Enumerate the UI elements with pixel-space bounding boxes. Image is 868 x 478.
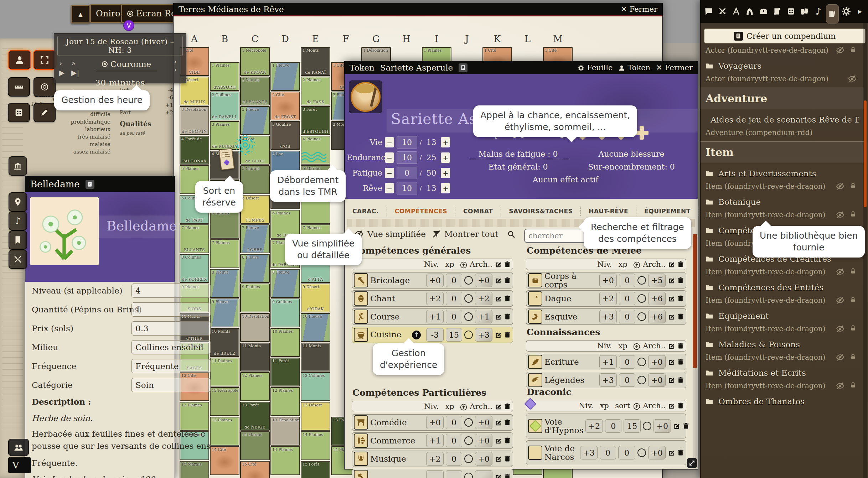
compendium-pack[interactable]: Aides de jeu de scenarios Rêve de Dragon… bbox=[706, 115, 859, 124]
tmr-cell-D2[interactable]: 2 Citéde FROST bbox=[270, 92, 300, 120]
skill-niv[interactable]: +1 bbox=[426, 310, 444, 323]
structures-tool-button[interactable] bbox=[9, 157, 27, 175]
sidebar-scrollbar-thumb[interactable] bbox=[864, 100, 867, 207]
tmr-token-overflow-waves[interactable] bbox=[301, 152, 327, 162]
skill-niv[interactable]: +0 bbox=[426, 274, 444, 287]
time-increment[interactable]: 30 minutes bbox=[54, 78, 186, 87]
ruler-tool-button[interactable] bbox=[8, 78, 30, 96]
skill-niv[interactable]: +3 bbox=[599, 373, 617, 387]
sidebar-tab-die[interactable] bbox=[785, 4, 797, 19]
time-control-0[interactable]: › bbox=[59, 59, 71, 68]
stat-decrease-button[interactable]: − bbox=[385, 168, 394, 178]
skill-xp[interactable]: 0 bbox=[446, 292, 462, 305]
field-input[interactable]: 1 bbox=[131, 302, 211, 317]
time-control-2[interactable]: ▶ bbox=[59, 68, 71, 77]
create-compendium-button[interactable]: Créer un compendium bbox=[704, 28, 866, 43]
compendium-pack[interactable]: Maladies & Poisons bbox=[706, 340, 859, 349]
skill-archetype-radio[interactable] bbox=[464, 331, 473, 339]
skill-niv[interactable]: +1 bbox=[426, 434, 444, 447]
document-id-icon[interactable] bbox=[86, 180, 94, 189]
edit-skill-icon[interactable] bbox=[668, 376, 675, 384]
skill-archetype-radio[interactable] bbox=[643, 422, 651, 430]
stat-decrease-button[interactable]: − bbox=[385, 137, 394, 147]
skill-archetype-radio[interactable] bbox=[464, 454, 473, 463]
skill-archetype-radio[interactable] bbox=[637, 448, 646, 457]
players-bar[interactable]: V bbox=[8, 457, 31, 473]
field-input[interactable]: 0.3 bbox=[131, 321, 211, 336]
tmr-cell-A8[interactable]: 8 Collinesde KORREX bbox=[180, 254, 209, 283]
tmr-cell-B10[interactable]: 10 Montsde BRULZ bbox=[210, 328, 239, 357]
stat-increase-button[interactable]: + bbox=[441, 168, 450, 178]
delete-skill-icon[interactable] bbox=[677, 277, 684, 284]
select-tool-button[interactable] bbox=[34, 51, 55, 69]
skill-row-musique[interactable]: Musique+20+0 bbox=[352, 451, 513, 467]
edit-icon[interactable] bbox=[668, 261, 675, 268]
time-control-1[interactable]: » bbox=[71, 59, 83, 68]
stat-increase-button[interactable]: + bbox=[441, 137, 450, 147]
skill-niv[interactable]: +0 bbox=[599, 274, 617, 287]
module-badge[interactable]: V bbox=[123, 20, 134, 31]
delete-skill-icon[interactable] bbox=[504, 277, 511, 284]
tmr-cell-B9[interactable]: 9 Fleuve bbox=[210, 298, 239, 327]
tmr-cell-D10[interactable]: 10 Plaines bbox=[270, 328, 300, 357]
delete-skill-icon[interactable] bbox=[504, 437, 511, 444]
trash-icon[interactable] bbox=[677, 261, 684, 268]
skill-xp[interactable]: 0 bbox=[446, 274, 462, 287]
players-list-button[interactable] bbox=[8, 439, 29, 456]
skill-xp[interactable]: 0 bbox=[619, 274, 635, 287]
delete-skill-icon[interactable] bbox=[504, 295, 511, 302]
tab-comp-tences[interactable]: COMPÉTENCES bbox=[387, 207, 455, 216]
xp-gain-icon[interactable]: ↑ bbox=[412, 331, 421, 339]
skill-xp[interactable]: 0 bbox=[619, 292, 635, 305]
edit-skill-icon[interactable] bbox=[668, 277, 675, 284]
skill-row-corps-à-corps[interactable]: Corps à corps+00+5 bbox=[526, 272, 686, 289]
edit-skill-icon[interactable] bbox=[495, 455, 502, 462]
tmr-cell-C7[interactable]: 7 FleuveLOBRE bbox=[240, 224, 270, 253]
tmr-cell-B8[interactable]: 8 Fleuve bbox=[210, 269, 239, 298]
tmr-cell-B1[interactable]: 1 Plainesd'ASSORH bbox=[210, 62, 239, 91]
skill-niv[interactable]: +2 bbox=[426, 292, 444, 305]
delete-skill-icon[interactable] bbox=[504, 313, 511, 320]
tmr-cell-C1[interactable]: 1 Nécropolede KROAK bbox=[240, 47, 270, 76]
delete-skill-icon[interactable] bbox=[504, 331, 511, 338]
increase-all-icon[interactable] bbox=[633, 342, 641, 350]
skill-archetype-radio[interactable] bbox=[464, 276, 473, 285]
sidebar-tab-caret[interactable]: ▶ bbox=[854, 4, 866, 19]
tmr-titlebar[interactable]: Terres Médianes de Rêve ✕Fermer bbox=[174, 3, 662, 16]
sheet-titlebar[interactable]: Token Sariette Asperule Feuille Token ✕F… bbox=[345, 61, 698, 74]
delete-skill-icon[interactable] bbox=[677, 313, 684, 320]
tmr-cell-D13[interactable]: 13 Désolation bbox=[270, 417, 300, 446]
increase-all-icon[interactable] bbox=[460, 260, 467, 269]
stat-decrease-button[interactable]: − bbox=[385, 152, 394, 163]
tmr-cell-E10[interactable]: 10 Fleuve bbox=[301, 313, 330, 342]
tmr-cell-E9[interactable]: 9 Désertd'ODAK bbox=[301, 284, 330, 312]
skill-xp[interactable]: 0 bbox=[600, 446, 616, 459]
edit-skill-icon[interactable] bbox=[495, 437, 502, 444]
tmr-cell-C12[interactable]: 12 Plaines bbox=[240, 372, 270, 401]
sidebar-tab-scroll[interactable] bbox=[771, 4, 783, 19]
token-config-button[interactable]: Token bbox=[618, 63, 650, 72]
edit-icon[interactable] bbox=[668, 342, 675, 349]
sidebar-tab-swords[interactable] bbox=[717, 4, 729, 19]
skill-niv[interactable]: +3 bbox=[580, 446, 598, 459]
tmr-cell-D1[interactable]: 1 Fleuve bbox=[270, 62, 300, 91]
tmr-cell-C13[interactable]: 13 Forêtde NEIGE bbox=[240, 402, 270, 431]
notes-tool-button[interactable] bbox=[9, 193, 27, 211]
skill-niv[interactable]: +2 bbox=[599, 292, 617, 305]
tab-carac-[interactable]: CARAC. bbox=[345, 207, 387, 216]
sidebar-tab-compass[interactable] bbox=[730, 4, 742, 19]
skill-archetype-radio[interactable] bbox=[637, 376, 646, 384]
delete-skill-icon[interactable] bbox=[677, 376, 684, 384]
skill-row-esquive[interactable]: Esquive+30+6 bbox=[526, 308, 686, 325]
tmr-cell-E14[interactable]: 14 Plaines bbox=[301, 431, 330, 460]
skill-xp[interactable]: 0 bbox=[446, 310, 462, 323]
difficulty-tool-button[interactable] bbox=[34, 78, 55, 96]
toggle-simple-view[interactable]: Vue simplifiée bbox=[355, 229, 426, 239]
tmr-cell-E11[interactable]: 11 Monts bbox=[301, 343, 330, 372]
skill-archetype-radio[interactable] bbox=[464, 436, 473, 445]
dice-tool-button[interactable] bbox=[8, 103, 30, 122]
stat-value[interactable]: 10 bbox=[397, 182, 417, 194]
tab-haut-r-ve[interactable]: HAUT-RÊVE bbox=[580, 207, 636, 216]
trash-icon[interactable] bbox=[677, 402, 684, 409]
skill-archetype-radio[interactable] bbox=[637, 312, 646, 321]
